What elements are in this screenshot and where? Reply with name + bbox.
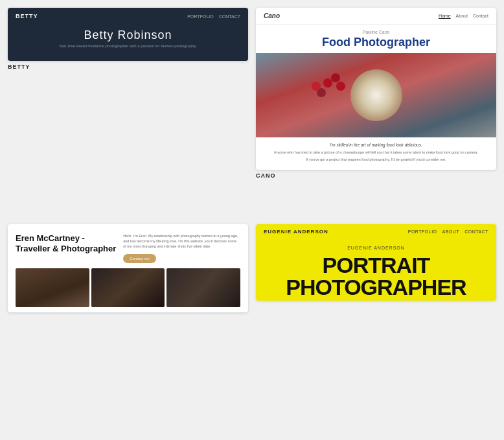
- cano-hero-image: [256, 53, 496, 137]
- cano-berries: [323, 78, 332, 87]
- cano-desc-body1: Anyone who has tried to take a picture o…: [269, 150, 483, 155]
- eren-contact-button[interactable]: Contact me: [123, 254, 156, 263]
- cano-food-bowl: [350, 69, 402, 121]
- cano-card: Cano Home About Contact Pauline Cano Foo…: [256, 8, 496, 170]
- portrait-header: EUGENIE ANDERSON PORTFOLIO ABOUT CONTACT: [256, 224, 496, 239]
- betty-nav-portfolio[interactable]: PORTFOLIO: [187, 14, 213, 19]
- cano-desc-main: I'm skilled in the art of making food lo…: [269, 143, 483, 147]
- cano-nav-home[interactable]: Home: [439, 14, 451, 18]
- portrait-card-label: [256, 301, 496, 306]
- portrait-author: EUGENIE ANDERSON: [256, 239, 496, 251]
- portrait-wrapper: EUGENIE ANDERSON PORTFOLIO ABOUT CONTACT…: [256, 224, 496, 433]
- portrait-card: EUGENIE ANDERSON PORTFOLIO ABOUT CONTACT…: [256, 224, 496, 301]
- betty-card: BETTY PORTFOLIO CONTACT Betty Robinson S…: [8, 8, 248, 61]
- eren-content: Eren McCartney - Traveller & Photographe…: [8, 224, 248, 269]
- cano-header: Cano Home About Contact: [256, 8, 496, 25]
- portrait-nav-portfolio[interactable]: PORTFOLIO: [408, 229, 437, 234]
- eren-photo-1: [16, 268, 89, 307]
- portrait-title: PORTRAIT PHOTOGRAPHER: [256, 251, 496, 301]
- cano-wrapper: Cano Home About Contact Pauline Cano Foo…: [256, 8, 496, 216]
- cano-description: I'm skilled in the art of making food lo…: [256, 137, 496, 170]
- eren-photos: [8, 268, 248, 312]
- portrait-nav: PORTFOLIO ABOUT CONTACT: [408, 229, 488, 234]
- eren-card-label: [8, 312, 248, 318]
- cano-nav: Home About Contact: [439, 14, 488, 18]
- portrait-nav-contact[interactable]: CONTACT: [464, 229, 488, 234]
- eren-title: Eren McCartney - Traveller & Photographe…: [16, 233, 117, 255]
- betty-nav: PORTFOLIO CONTACT: [187, 14, 240, 19]
- cano-title: Food Photographer: [256, 36, 496, 53]
- cano-nav-about[interactable]: About: [456, 14, 468, 18]
- eren-photo-3: [166, 268, 240, 307]
- betty-title: Betty Robinson: [8, 25, 248, 43]
- betty-subtitle: San Jose-based freelance photographer wi…: [8, 43, 248, 54]
- betty-nav-contact[interactable]: CONTACT: [219, 14, 240, 19]
- betty-card-label: BETTY: [8, 61, 248, 73]
- eren-desc: Hello, I'm Eren. My relationship with ph…: [123, 233, 240, 249]
- betty-wrapper: BETTY PORTFOLIO CONTACT Betty Robinson S…: [8, 8, 248, 216]
- cano-logo: Cano: [264, 12, 280, 19]
- cano-nav-contact[interactable]: Contact: [473, 14, 488, 18]
- eren-right: Hello, I'm Eren. My relationship with ph…: [123, 233, 240, 264]
- portrait-logo: EUGENIE ANDERSON: [264, 229, 328, 235]
- main-grid: BETTY PORTFOLIO CONTACT Betty Robinson S…: [0, 0, 504, 440]
- cano-desc-body2: If you've got a project that requires fo…: [269, 157, 483, 162]
- eren-wrapper: Eren McCartney - Traveller & Photographe…: [8, 224, 248, 433]
- eren-photo-2: [91, 268, 165, 307]
- portrait-title-line2: PHOTOGRAPHER: [262, 276, 490, 298]
- betty-header: BETTY PORTFOLIO CONTACT: [8, 8, 248, 25]
- eren-left: Eren McCartney - Traveller & Photographe…: [16, 233, 117, 264]
- portrait-title-line1: PORTRAIT: [262, 254, 490, 276]
- portrait-nav-about[interactable]: ABOUT: [442, 229, 460, 234]
- cano-card-label: CANO: [256, 170, 496, 181]
- betty-photos: Tom Ford, Autumn Collection Monica Fieg,…: [8, 54, 248, 61]
- betty-logo: BETTY: [16, 13, 38, 19]
- eren-card: Eren McCartney - Traveller & Photographe…: [8, 224, 248, 313]
- cano-author: Pauline Cano: [256, 25, 496, 36]
